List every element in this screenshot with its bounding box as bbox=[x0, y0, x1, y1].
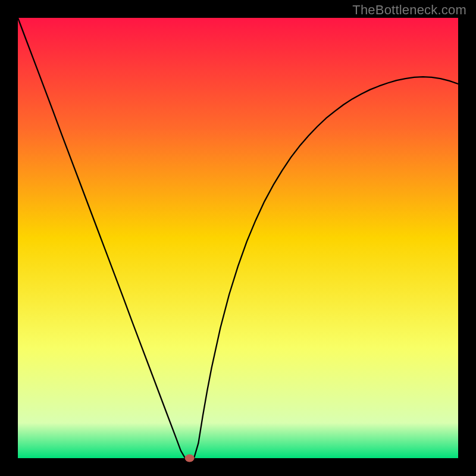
optimum-marker bbox=[185, 455, 195, 462]
chart-container: TheBottleneck.com bbox=[0, 0, 476, 476]
watermark-text: TheBottleneck.com bbox=[352, 2, 466, 18]
plot-background bbox=[18, 18, 458, 458]
bottleneck-chart bbox=[0, 0, 476, 476]
